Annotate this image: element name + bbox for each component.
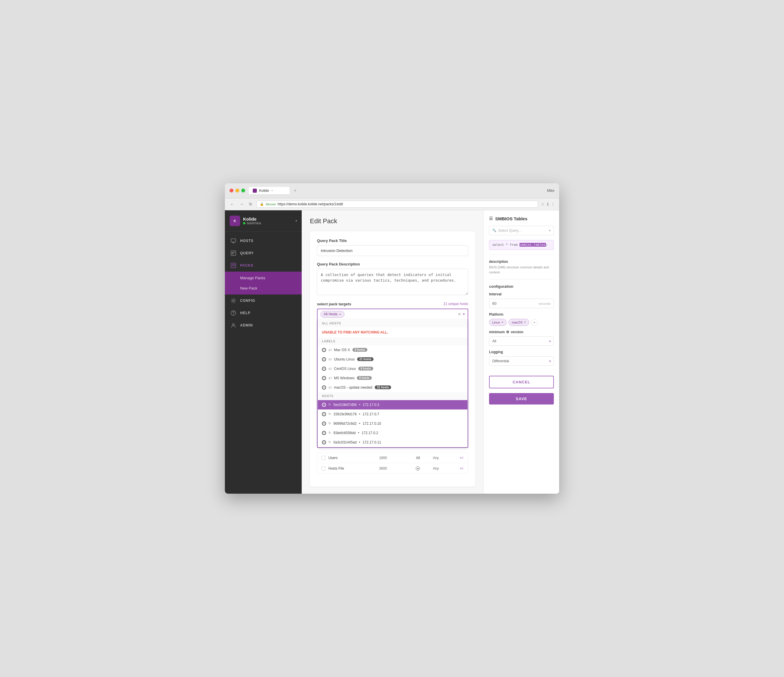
sidebar-header: K Kolide MARPAIA ▾ [225,210,302,232]
menu-icon[interactable]: ⋮ [551,202,555,206]
query-checkbox[interactable] [321,466,325,471]
sidebar-nav: HOSTS QUERY PACKS M [225,232,302,494]
query-select-button[interactable]: 🔍 Select Query... ▾ [489,226,554,235]
tag-icon: 🏷 [328,357,331,361]
platform-tag-macos-label: macOS [512,321,523,324]
platform-label: Platform [489,312,554,317]
description-text: BIOS (DMI) structure common details and … [489,265,554,275]
sidebar-item-hosts[interactable]: HOSTS [225,235,302,247]
host-item-1[interactable]: + ↻ 5ec019b57d56 • 172.17.0.3 [318,400,467,409]
logging-select[interactable]: Differential [489,356,554,366]
label-item-mac-os-x[interactable]: + 🏷 Mac OS X 0 hosts [318,345,467,355]
code-highlight: smbios_tables [520,243,546,247]
query-interval: 3600 [379,466,403,471]
all-hosts-message: UNABLE TO FIND ANY MATCHING ALL. [318,328,467,337]
targets-selector[interactable]: All Hosts × ✕ ▾ ALL HOSTS UNABLE TO FIN [317,309,468,448]
label-item-centos-linux[interactable]: + 🏷 CentOS Linux 0 hosts [318,364,467,373]
add-icon: + [322,440,326,445]
tab-close-button[interactable]: × [271,189,273,192]
host-sep: • [359,440,360,445]
sidebar-label-admin: ADMIN [240,323,253,328]
platform-tag-linux-remove[interactable]: × [501,320,503,324]
info-icon[interactable]: ℹ [547,202,549,206]
hosts-icon [231,238,236,243]
host-ip: 172.17.0.10 [363,421,381,426]
code-prefix: select * from [492,243,520,247]
sidebar-chevron-icon[interactable]: ▾ [296,219,297,222]
host-count-badge: 0 hosts [357,376,372,380]
browser-tab[interactable]: Kolide × [249,187,290,195]
sidebar-item-packs[interactable]: PACKS [225,259,302,271]
sidebar-item-config[interactable]: CONFIG [225,295,302,307]
configuration-label: configuration [489,284,554,289]
sidebar-item-admin[interactable]: ADMIN [225,319,302,331]
add-icon: + [322,421,326,426]
refresh-button[interactable]: ↻ [248,201,254,207]
tag-icon: 🏷 [328,386,331,389]
interval-input[interactable]: 60 seconds [489,299,554,308]
query-pack-description-label: Query Pack Description [317,262,468,266]
query-pack-description-textarea[interactable]: A collection of queries that detect indi… [317,269,468,295]
all-hosts-tag-label: All Hosts [324,312,338,316]
targets-dropdown-arrow-icon[interactable]: ▾ [463,312,465,316]
sidebar-item-query[interactable]: QUERY [225,247,302,259]
interval-value: 60 [492,301,496,306]
close-button[interactable] [230,189,233,192]
url-bar[interactable]: 🔒 Secure https://demo.kolide.kolide.net/… [257,201,538,207]
label-item-ubuntu-linux[interactable]: + 🏷 Ubuntu Linux 21 hosts [318,355,467,364]
query-pack-title-input[interactable] [317,245,468,256]
label-name: macOS - update needed [334,385,372,390]
sidebar-username: MARPAIA [247,222,261,225]
sidebar-logo: K [230,215,240,226]
host-count-badge: 0 hosts [352,348,367,352]
interval-label: Interval [489,292,554,296]
host-item-5[interactable]: + ↻ 0a3c031445ad • 172.17.0.11 [318,438,467,447]
all-hosts-tag-remove[interactable]: × [339,312,341,317]
maximize-button[interactable] [241,189,245,192]
platform-add-button[interactable]: ▾ [531,319,538,326]
platform-tag-linux[interactable]: Linux × [489,319,507,326]
select-pack-targets-group: select pack targets 21 unique hosts All … [317,302,468,474]
query-action[interactable]: +/- [460,456,464,460]
label-item-macos-update[interactable]: + 🏷 macOS - update needed 21 hosts [318,383,467,392]
query-pack-title-label: Query Pack Title [317,239,468,243]
save-button[interactable]: SAVE [489,393,554,404]
bookmark-icon[interactable]: ☆ [541,202,545,206]
user-status-dot [243,222,246,225]
host-sep: • [359,412,360,416]
cancel-button[interactable]: CANCEL [489,376,554,388]
all-hosts-section-header: ALL HOSTS [318,320,467,328]
tag-icon: 🏷 [328,376,331,380]
platform-tag-macos-remove[interactable]: × [524,320,526,324]
sidebar-item-help[interactable]: HELP [225,307,302,319]
table-row: Hosts File 3600 ⊕ Any +/- [317,463,468,474]
host-item-3[interactable]: + ↻ 96996d72c6d2 • 172.17.0.10 [318,419,467,428]
user-name: Mike [547,189,554,193]
targets-clear-button[interactable]: ✕ [458,312,461,317]
label-item-ms-windows[interactable]: + 🏷 MS Windows 0 hosts [318,373,467,383]
host-item-4[interactable]: + ↻ 93defc6058dd • 172.17.0.2 [318,428,467,438]
targets-input-row: All Hosts × ✕ ▾ [317,309,468,320]
back-button[interactable]: ← [229,201,235,207]
version-group: minimum ⚙ version All ▾ [489,330,554,346]
form-section: Query Pack Title Query Pack Description … [310,231,475,487]
sidebar-sub-new-pack[interactable]: New Pack [225,283,302,293]
address-bar: ← → ↻ 🔒 Secure https://demo.kolide.kolid… [225,198,559,210]
svg-rect-0 [231,239,236,242]
sidebar-sub-manage-packs[interactable]: Manage Packs [225,273,302,283]
host-item-2[interactable]: + ↻ 15919c99d178 • 172.17.0.7 [318,409,467,419]
query-action[interactable]: +/- [460,466,464,471]
platform-tag-macos[interactable]: macOS × [509,319,529,326]
right-panel: ☰ SMBIOS Tables 🔍 Select Query... ▾ sele… [484,210,559,494]
admin-icon [231,323,236,328]
all-hosts-tag[interactable]: All Hosts × [320,311,344,318]
query-checkbox[interactable] [321,456,325,460]
sidebar-brand: Kolide MARPAIA [243,217,261,225]
table-row: Users 1800 All Any +/- [317,453,468,463]
minimize-button[interactable] [235,189,239,192]
interval-unit: seconds [538,302,551,305]
version-select[interactable]: All [489,337,554,346]
forward-button[interactable]: → [238,201,245,207]
host-sep: • [358,431,359,435]
new-tab-button[interactable]: + [292,188,298,193]
